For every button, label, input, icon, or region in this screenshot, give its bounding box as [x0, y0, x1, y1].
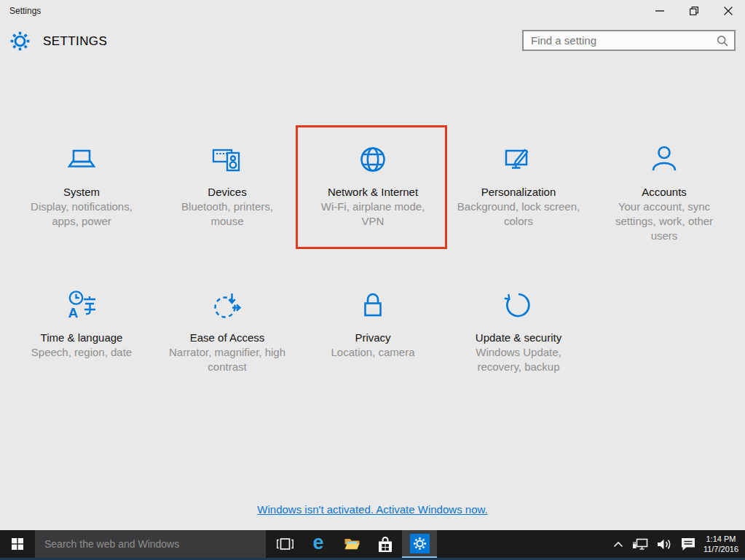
- activation-message: Windows isn't activated. Activate Window…: [0, 503, 745, 516]
- tile-title: Devices: [154, 186, 300, 198]
- start-button[interactable]: [0, 530, 35, 558]
- search-icon: [717, 35, 728, 47]
- volume-icon: [657, 538, 672, 551]
- network-icon: [632, 538, 648, 551]
- tile-update-security[interactable]: Update & security Windows Update, recove…: [446, 271, 591, 399]
- tile-accounts[interactable]: Accounts Your account, sync settings, wo…: [591, 125, 737, 253]
- tile-subtitle: Bluetooth, printers, mouse: [165, 200, 290, 229]
- find-setting-searchbox[interactable]: [522, 30, 736, 51]
- action-center-icon: [681, 537, 695, 551]
- accounts-icon: [591, 142, 737, 177]
- store-button[interactable]: [368, 530, 402, 558]
- restore-button[interactable]: [677, 0, 711, 22]
- tile-time-language[interactable]: A Time & language Speech, region, date: [9, 271, 154, 399]
- tiles-row-1: System Display, notifications, apps, pow…: [9, 125, 737, 253]
- tile-title: Privacy: [300, 331, 446, 344]
- tile-ease-of-access[interactable]: Ease of Access Narrator, magnifier, high…: [154, 271, 300, 399]
- action-center-button[interactable]: [677, 537, 700, 551]
- laptop-icon: [9, 142, 154, 177]
- settings-icon: [410, 534, 430, 553]
- tile-title: Update & security: [446, 331, 591, 344]
- tile-title: Network & Internet: [300, 186, 446, 198]
- taskbar: e: [0, 530, 745, 558]
- personalization-icon: [446, 142, 591, 177]
- tile-title: Ease of Access: [154, 331, 300, 344]
- task-view-button[interactable]: [268, 530, 301, 558]
- restore-icon: [690, 7, 698, 15]
- file-explorer-button[interactable]: [335, 530, 368, 558]
- devices-icon: [154, 142, 300, 177]
- close-icon: [724, 7, 733, 15]
- tray-network-button[interactable]: [628, 538, 653, 551]
- close-button[interactable]: [711, 0, 745, 22]
- find-setting-input[interactable]: [524, 31, 717, 50]
- tile-subtitle: Your account, sync settings, work, other…: [602, 200, 727, 243]
- tile-subtitle: Location, camera: [310, 345, 435, 360]
- tile-subtitle: Windows Update, recovery, backup: [456, 345, 581, 374]
- tile-title: System: [9, 186, 154, 198]
- tiles-row-2: A Time & language Speech, region, date E…: [9, 271, 591, 399]
- window-controls: [642, 0, 745, 22]
- task-view-icon: [277, 537, 293, 551]
- minimize-button[interactable]: [642, 0, 677, 22]
- clock-time: 1:14 PM: [703, 534, 738, 544]
- svg-text:A: A: [68, 305, 79, 320]
- taskbar-clock[interactable]: 1:14 PM 11/7/2016: [703, 534, 738, 554]
- chevron-up-icon: [613, 541, 623, 548]
- ease-of-access-icon: [154, 288, 300, 323]
- taskbar-search-input[interactable]: [35, 530, 266, 558]
- store-icon: [377, 536, 394, 553]
- tile-subtitle: Display, notifications, apps, power: [19, 200, 144, 229]
- page-title: SETTINGS: [43, 34, 107, 49]
- start-icon: [12, 538, 23, 550]
- edge-icon: e: [312, 533, 323, 553]
- tile-title: Personalization: [446, 186, 591, 198]
- taskbar-app-icons: e: [268, 530, 437, 558]
- settings-gear-icon: [9, 31, 31, 52]
- tile-devices[interactable]: Devices Bluetooth, printers, mouse: [154, 125, 300, 253]
- tray-chevron-button[interactable]: [609, 541, 628, 548]
- tile-title: Accounts: [591, 186, 737, 198]
- taskbar-searchbox[interactable]: [35, 530, 266, 558]
- system-tray: 1:14 PM 11/7/2016: [609, 530, 745, 558]
- tile-subtitle: Narrator, magnifier, high contrast: [165, 345, 290, 374]
- settings-app-button[interactable]: [402, 530, 437, 558]
- file-explorer-icon: [344, 538, 360, 550]
- tray-volume-button[interactable]: [653, 538, 677, 551]
- tile-system[interactable]: System Display, notifications, apps, pow…: [9, 125, 154, 253]
- tile-personalization[interactable]: Personalization Background, lock screen,…: [446, 125, 591, 253]
- time-language-icon: A: [9, 288, 154, 323]
- activate-windows-link[interactable]: Windows isn't activated. Activate Window…: [257, 503, 487, 516]
- edge-button[interactable]: e: [301, 530, 335, 558]
- tile-subtitle: Wi-Fi, airplane mode, VPN: [310, 200, 435, 229]
- clock-date: 11/7/2016: [703, 544, 738, 554]
- tile-subtitle: Speech, region, date: [19, 345, 144, 360]
- update-security-icon: [446, 288, 591, 323]
- globe-icon: [300, 142, 446, 177]
- tile-subtitle: Background, lock screen, colors: [456, 200, 581, 229]
- minimize-icon: [655, 10, 664, 12]
- tile-privacy[interactable]: Privacy Location, camera: [300, 271, 446, 399]
- tile-network-internet[interactable]: Network & Internet Wi-Fi, airplane mode,…: [300, 125, 446, 253]
- window-title: Settings: [9, 6, 41, 16]
- tile-title: Time & language: [9, 331, 154, 344]
- privacy-lock-icon: [300, 288, 446, 323]
